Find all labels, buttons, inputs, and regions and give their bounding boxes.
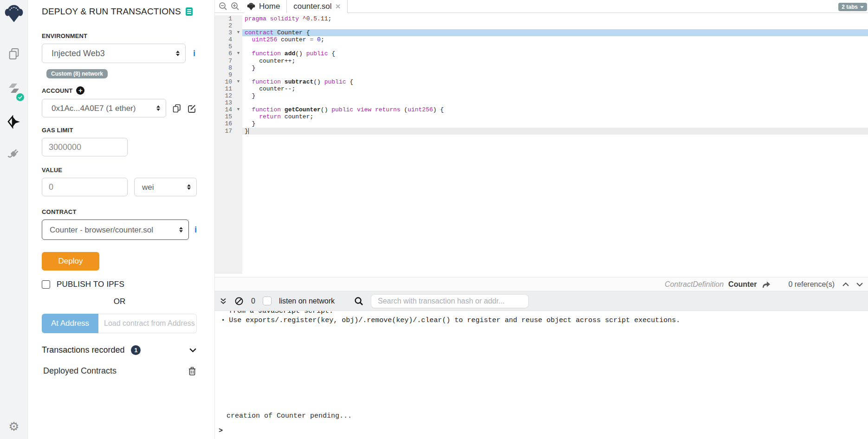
fold-gutter xyxy=(234,120,242,127)
code-line[interactable]: 8 } xyxy=(215,65,868,71)
fold-arrow-icon[interactable]: ▼ xyxy=(234,78,242,85)
fold-arrow-icon[interactable]: ▼ xyxy=(234,106,242,113)
line-number: 2 xyxy=(215,22,234,29)
code-line[interactable]: 4 uint256 counter = 0; xyxy=(215,36,868,43)
listen-on-network-label: listen on network xyxy=(279,297,335,305)
remix-logo-icon[interactable] xyxy=(0,4,28,23)
fold-gutter xyxy=(234,65,242,71)
chevron-down-icon[interactable] xyxy=(189,347,197,353)
code-line[interactable]: 11 counter--; xyxy=(215,85,868,92)
editor-tabbar: Home counter.sol × 2 tabs xyxy=(215,0,868,13)
icon-rail: ⚙ xyxy=(0,0,28,439)
code-line[interactable]: 10▼ function subtract() public { xyxy=(215,78,868,85)
code-line[interactable]: 5 xyxy=(215,43,868,50)
at-address-button[interactable]: At Address xyxy=(42,314,98,333)
expand-terminal-double-chevron-icon[interactable] xyxy=(220,297,227,305)
listen-on-network-checkbox[interactable] xyxy=(263,297,272,305)
at-address-input[interactable] xyxy=(98,314,197,333)
code-editor[interactable]: 1pragma solidity ^0.5.11;23▼contract Cou… xyxy=(215,13,868,277)
deploy-run-icon[interactable] xyxy=(0,115,28,129)
account-label: ACCOUNT xyxy=(42,87,72,94)
code-line[interactable]: 13 xyxy=(215,99,868,106)
deploy-button[interactable]: Deploy xyxy=(42,252,99,271)
fold-gutter xyxy=(234,113,242,120)
value-label: VALUE xyxy=(42,167,197,174)
publish-ipfs-checkbox[interactable] xyxy=(42,280,50,289)
line-number: 8 xyxy=(215,65,234,71)
solidity-compiler-icon[interactable] xyxy=(0,82,28,99)
code-text xyxy=(242,43,868,50)
trash-icon[interactable] xyxy=(188,366,197,376)
account-select[interactable]: 0x1Ac...4A0E7 (1 ether) xyxy=(42,99,166,117)
close-tab-icon[interactable]: × xyxy=(336,2,341,11)
code-text xyxy=(242,71,868,78)
transactions-recorded-row[interactable]: Transactions recorded 1 xyxy=(42,345,197,355)
file-explorer-icon[interactable] xyxy=(0,47,28,60)
copy-account-icon[interactable] xyxy=(172,103,181,113)
environment-info-icon[interactable]: i xyxy=(193,49,195,58)
code-line[interactable]: 2 xyxy=(215,22,868,29)
value-input[interactable] xyxy=(42,178,128,196)
fold-arrow-icon[interactable]: ▼ xyxy=(234,50,242,57)
next-reference-chevron-down-icon[interactable] xyxy=(856,282,863,287)
clear-console-ban-icon[interactable] xyxy=(234,297,244,306)
zoom-out-icon[interactable] xyxy=(219,2,227,11)
terminal-line-bullet: •Use exports/.register(key, obj)/.remove… xyxy=(215,316,868,325)
transactions-recorded-label: Transactions recorded xyxy=(42,345,124,355)
line-number: 16 xyxy=(215,120,234,127)
goto-symbol-arrow-icon[interactable] xyxy=(761,280,771,289)
terminal-output[interactable]: from a JavaScript script: •Use exports/.… xyxy=(215,311,868,439)
gas-limit-label: GAS LIMIT xyxy=(42,127,197,134)
line-number: 13 xyxy=(215,99,234,106)
gas-limit-input[interactable] xyxy=(42,138,128,156)
documentation-book-icon[interactable] xyxy=(186,7,193,16)
code-line[interactable]: 17} xyxy=(215,128,868,135)
environment-select[interactable]: Injected Web3 xyxy=(42,44,186,63)
line-number: 10 xyxy=(215,78,234,85)
tabs-count-badge[interactable]: 2 tabs xyxy=(838,3,867,11)
search-icon xyxy=(354,297,363,306)
line-number: 5 xyxy=(215,43,234,50)
settings-gear-icon[interactable]: ⚙ xyxy=(0,420,28,433)
code-line[interactable]: 14▼ function getCounter() public view re… xyxy=(215,106,868,113)
add-account-plus-icon[interactable]: + xyxy=(76,86,84,95)
code-line[interactable]: 9 xyxy=(215,71,868,78)
fold-gutter xyxy=(234,128,242,135)
code-line[interactable]: 1pragma solidity ^0.5.11; xyxy=(215,15,868,22)
line-number: 14 xyxy=(215,106,234,113)
transactions-count-badge: 1 xyxy=(131,345,141,355)
edit-account-pencil-icon[interactable] xyxy=(187,103,197,113)
terminal-search-input[interactable] xyxy=(371,294,529,308)
fold-arrow-icon[interactable]: ▼ xyxy=(234,29,242,36)
contract-info-icon[interactable]: i xyxy=(194,225,197,235)
line-number: 9 xyxy=(215,71,234,78)
tab-home-label: Home xyxy=(259,2,280,11)
code-line[interactable]: 15 return counter; xyxy=(215,113,868,120)
code-text: function subtract() public { xyxy=(242,78,868,85)
code-line[interactable]: 3▼contract Counter { xyxy=(215,29,868,36)
terminal-prompt: > xyxy=(219,427,223,435)
plugin-manager-icon[interactable] xyxy=(0,147,28,161)
line-number: 17 xyxy=(215,128,234,135)
value-unit-select[interactable]: wei xyxy=(134,178,197,196)
badge-caret-icon xyxy=(860,6,864,8)
fold-gutter xyxy=(234,58,242,65)
contract-select[interactable]: Counter - browser/counter.sol xyxy=(42,220,189,240)
code-line[interactable]: 7 counter++; xyxy=(215,58,868,65)
panel-title: DEPLOY & RUN TRANSACTIONS xyxy=(42,6,181,17)
text-cursor xyxy=(248,128,249,134)
code-line[interactable]: 16 } xyxy=(215,120,868,127)
line-number: 3 xyxy=(215,29,234,36)
prev-reference-chevron-up-icon[interactable] xyxy=(842,282,849,287)
deployed-contracts-label: Deployed Contracts xyxy=(43,366,117,376)
zoom-in-icon[interactable] xyxy=(231,2,240,11)
tab-counter-sol[interactable]: counter.sol × xyxy=(287,0,347,13)
network-badge: Custom (8) network xyxy=(46,69,108,78)
code-text xyxy=(242,22,868,29)
code-line[interactable]: 6▼ function add() public { xyxy=(215,50,868,57)
fold-gutter xyxy=(234,85,242,92)
code-text: } xyxy=(242,128,868,135)
code-line[interactable]: 12 } xyxy=(215,92,868,99)
remix-ide-window: ⚙ DEPLOY & RUN TRANSACTIONS ENVIRONMENT … xyxy=(0,0,868,439)
tab-home[interactable]: Home xyxy=(244,0,287,13)
